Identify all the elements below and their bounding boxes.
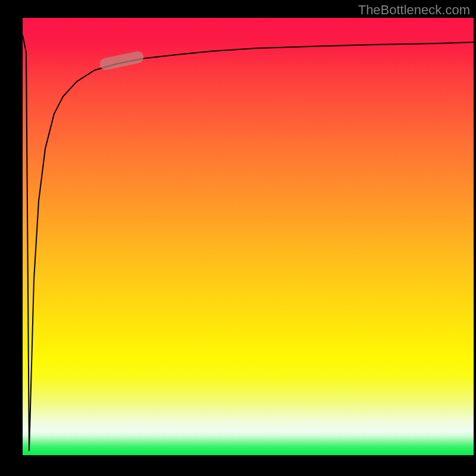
plot-area [23,18,474,455]
curve-highlight-marker [99,50,145,71]
bottleneck-curve [23,35,474,451]
chart-svg [23,18,474,455]
watermark-text: TheBottleneck.com [358,2,470,18]
